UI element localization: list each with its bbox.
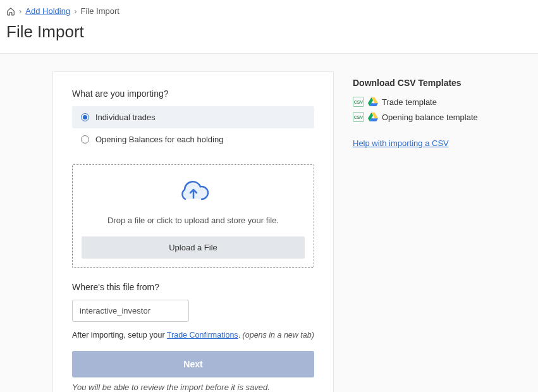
template-label: Opening balance template xyxy=(382,113,478,122)
help-csv-link[interactable]: Help with importing a CSV xyxy=(353,138,449,148)
radio-individual-trades[interactable]: Individual trades xyxy=(72,106,314,128)
breadcrumb: › Add Holding › File Import xyxy=(6,6,532,16)
sidebar-title: Download CSV Templates xyxy=(353,78,486,88)
radio-icon xyxy=(81,113,89,121)
csv-icon: CSV xyxy=(353,97,364,107)
radio-icon xyxy=(81,135,89,144)
radio-opening-balances[interactable]: Opening Balances for each holding xyxy=(72,128,314,150)
import-question: What are you importing? xyxy=(72,89,314,99)
breadcrumb-add-holding[interactable]: Add Holding xyxy=(25,6,70,16)
csv-icon: CSV xyxy=(353,112,364,122)
upload-file-button[interactable]: Upload a File xyxy=(82,236,305,259)
chevron-right-icon: › xyxy=(19,6,21,16)
upload-cloud-icon xyxy=(178,179,209,204)
template-trade[interactable]: CSV Trade template xyxy=(353,97,486,107)
breadcrumb-home[interactable] xyxy=(6,7,15,16)
radio-label: Individual trades xyxy=(95,113,156,122)
import-type-group: Individual trades Opening Balances for e… xyxy=(72,106,314,150)
next-button[interactable]: Next xyxy=(72,351,314,377)
page-title: File Import xyxy=(6,22,532,42)
gdrive-icon xyxy=(368,113,378,121)
dropzone-text: Drop a file or click to upload and store… xyxy=(82,216,305,225)
source-label: Where's this file from? xyxy=(72,282,314,292)
breadcrumb-current: File Import xyxy=(81,6,119,16)
trade-confirmations-link[interactable]: Trade Confirmations xyxy=(167,331,238,340)
gdrive-icon xyxy=(368,97,378,106)
radio-label: Opening Balances for each holding xyxy=(95,135,223,144)
review-note: You will be able to review the import be… xyxy=(72,383,314,392)
template-opening-balance[interactable]: CSV Opening balance template xyxy=(353,112,486,122)
home-icon xyxy=(6,7,15,16)
import-card: What are you importing? Individual trade… xyxy=(52,71,334,392)
chevron-right-icon: › xyxy=(74,6,76,16)
hint-line: After importing, setup your Trade Confir… xyxy=(72,331,314,340)
source-input[interactable] xyxy=(72,300,189,322)
template-label: Trade template xyxy=(382,97,437,107)
templates-sidebar: Download CSV Templates CSV Trade templat… xyxy=(353,71,486,392)
file-dropzone[interactable]: Drop a file or click to upload and store… xyxy=(72,164,314,268)
